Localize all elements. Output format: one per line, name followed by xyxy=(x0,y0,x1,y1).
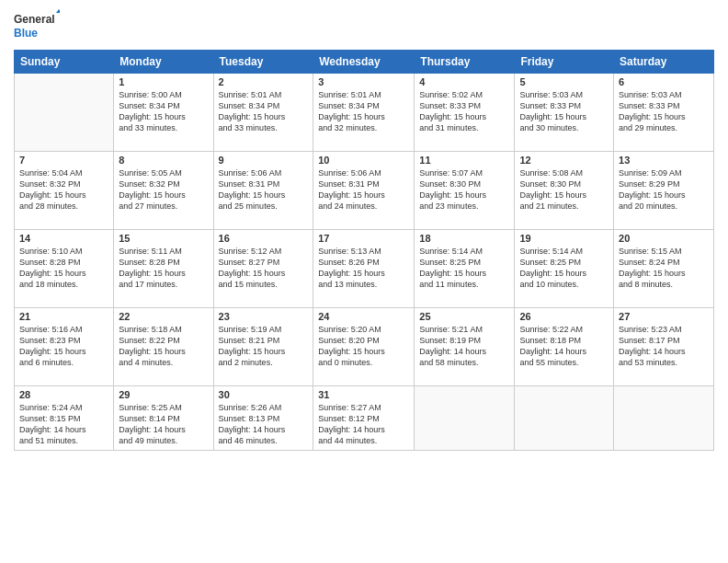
day-info: Sunrise: 5:02 AM Sunset: 8:33 PM Dayligh… xyxy=(419,89,509,134)
calendar-cell: 30Sunrise: 5:26 AM Sunset: 8:13 PM Dayli… xyxy=(213,386,313,451)
calendar-week-row: 1Sunrise: 5:00 AM Sunset: 8:34 PM Daylig… xyxy=(15,74,714,152)
logo: General Blue xyxy=(14,9,60,42)
day-number: 20 xyxy=(619,233,709,244)
day-info: Sunrise: 5:27 AM Sunset: 8:12 PM Dayligh… xyxy=(318,402,409,447)
calendar-cell: 22Sunrise: 5:18 AM Sunset: 8:22 PM Dayli… xyxy=(114,308,213,386)
logo-svg: General Blue xyxy=(14,9,60,42)
day-number: 25 xyxy=(419,311,509,322)
day-number: 15 xyxy=(119,233,208,244)
day-number: 19 xyxy=(519,233,609,244)
day-info: Sunrise: 5:16 AM Sunset: 8:23 PM Dayligh… xyxy=(19,324,108,369)
calendar-cell: 8Sunrise: 5:05 AM Sunset: 8:32 PM Daylig… xyxy=(114,152,213,230)
day-info: Sunrise: 5:06 AM Sunset: 8:31 PM Dayligh… xyxy=(219,167,309,213)
day-number: 26 xyxy=(519,311,609,322)
day-info: Sunrise: 5:26 AM Sunset: 8:13 PM Dayligh… xyxy=(219,402,309,447)
calendar-cell: 14Sunrise: 5:10 AM Sunset: 8:28 PM Dayli… xyxy=(15,230,114,308)
day-number: 12 xyxy=(519,155,609,166)
calendar-cell: 11Sunrise: 5:07 AM Sunset: 8:30 PM Dayli… xyxy=(415,152,515,230)
calendar-table: SundayMondayTuesdayWednesdayThursdayFrid… xyxy=(14,50,714,451)
day-info: Sunrise: 5:03 AM Sunset: 8:33 PM Dayligh… xyxy=(519,89,609,134)
header: General Blue xyxy=(14,9,714,42)
calendar-cell: 16Sunrise: 5:12 AM Sunset: 8:27 PM Dayli… xyxy=(213,230,313,308)
day-info: Sunrise: 5:10 AM Sunset: 8:28 PM Dayligh… xyxy=(19,246,108,291)
day-info: Sunrise: 5:09 AM Sunset: 8:29 PM Dayligh… xyxy=(619,167,709,213)
calendar-cell: 6Sunrise: 5:03 AM Sunset: 8:33 PM Daylig… xyxy=(614,74,714,152)
day-number: 17 xyxy=(318,233,409,244)
day-number: 28 xyxy=(19,389,108,400)
calendar-week-row: 7Sunrise: 5:04 AM Sunset: 8:32 PM Daylig… xyxy=(15,152,714,230)
day-number: 31 xyxy=(318,389,409,400)
day-number: 8 xyxy=(119,155,208,166)
day-info: Sunrise: 5:25 AM Sunset: 8:14 PM Dayligh… xyxy=(119,402,208,447)
calendar-cell: 24Sunrise: 5:20 AM Sunset: 8:20 PM Dayli… xyxy=(313,308,415,386)
day-info: Sunrise: 5:00 AM Sunset: 8:34 PM Dayligh… xyxy=(119,89,208,134)
calendar-cell: 9Sunrise: 5:06 AM Sunset: 8:31 PM Daylig… xyxy=(213,152,313,230)
day-info: Sunrise: 5:14 AM Sunset: 8:25 PM Dayligh… xyxy=(419,246,509,291)
day-number: 22 xyxy=(119,311,208,322)
calendar-cell: 21Sunrise: 5:16 AM Sunset: 8:23 PM Dayli… xyxy=(15,308,114,386)
day-info: Sunrise: 5:04 AM Sunset: 8:32 PM Dayligh… xyxy=(19,167,108,213)
calendar-cell: 4Sunrise: 5:02 AM Sunset: 8:33 PM Daylig… xyxy=(415,74,515,152)
day-number: 13 xyxy=(619,155,709,166)
day-number: 24 xyxy=(318,311,409,322)
day-number: 11 xyxy=(419,155,509,166)
calendar-cell: 1Sunrise: 5:00 AM Sunset: 8:34 PM Daylig… xyxy=(114,74,213,152)
calendar-cell: 31Sunrise: 5:27 AM Sunset: 8:12 PM Dayli… xyxy=(313,386,415,451)
day-info: Sunrise: 5:08 AM Sunset: 8:30 PM Dayligh… xyxy=(519,167,609,213)
day-number: 9 xyxy=(219,155,309,166)
day-info: Sunrise: 5:22 AM Sunset: 8:18 PM Dayligh… xyxy=(519,324,609,369)
calendar-cell: 29Sunrise: 5:25 AM Sunset: 8:14 PM Dayli… xyxy=(114,386,213,451)
day-number: 21 xyxy=(19,311,108,322)
calendar-cell xyxy=(614,386,714,451)
svg-text:General: General xyxy=(14,13,55,26)
day-info: Sunrise: 5:24 AM Sunset: 8:15 PM Dayligh… xyxy=(19,402,108,447)
svg-text:Blue: Blue xyxy=(14,27,38,40)
day-number: 30 xyxy=(219,389,309,400)
day-info: Sunrise: 5:03 AM Sunset: 8:33 PM Dayligh… xyxy=(619,89,709,134)
day-number: 14 xyxy=(19,233,108,244)
weekday-header-saturday: Saturday xyxy=(614,51,714,74)
day-info: Sunrise: 5:15 AM Sunset: 8:24 PM Dayligh… xyxy=(619,246,709,291)
day-info: Sunrise: 5:12 AM Sunset: 8:27 PM Dayligh… xyxy=(219,246,309,291)
calendar-cell: 7Sunrise: 5:04 AM Sunset: 8:32 PM Daylig… xyxy=(15,152,114,230)
day-info: Sunrise: 5:18 AM Sunset: 8:22 PM Dayligh… xyxy=(119,324,208,369)
calendar-cell: 17Sunrise: 5:13 AM Sunset: 8:26 PM Dayli… xyxy=(313,230,415,308)
day-number: 10 xyxy=(318,155,409,166)
day-info: Sunrise: 5:20 AM Sunset: 8:20 PM Dayligh… xyxy=(318,324,409,369)
day-number: 29 xyxy=(119,389,208,400)
calendar-cell xyxy=(15,74,114,152)
calendar-cell: 19Sunrise: 5:14 AM Sunset: 8:25 PM Dayli… xyxy=(515,230,614,308)
day-info: Sunrise: 5:01 AM Sunset: 8:34 PM Dayligh… xyxy=(318,89,409,134)
weekday-header-row: SundayMondayTuesdayWednesdayThursdayFrid… xyxy=(15,51,714,74)
calendar-cell: 10Sunrise: 5:06 AM Sunset: 8:31 PM Dayli… xyxy=(313,152,415,230)
day-info: Sunrise: 5:07 AM Sunset: 8:30 PM Dayligh… xyxy=(419,167,509,213)
day-info: Sunrise: 5:21 AM Sunset: 8:19 PM Dayligh… xyxy=(419,324,509,369)
calendar-cell: 15Sunrise: 5:11 AM Sunset: 8:28 PM Dayli… xyxy=(114,230,213,308)
calendar-cell: 27Sunrise: 5:23 AM Sunset: 8:17 PM Dayli… xyxy=(614,308,714,386)
day-number: 2 xyxy=(219,76,309,87)
day-number: 18 xyxy=(419,233,509,244)
calendar-week-row: 21Sunrise: 5:16 AM Sunset: 8:23 PM Dayli… xyxy=(15,308,714,386)
weekday-header-wednesday: Wednesday xyxy=(313,51,415,74)
calendar-cell: 2Sunrise: 5:01 AM Sunset: 8:34 PM Daylig… xyxy=(213,74,313,152)
day-info: Sunrise: 5:05 AM Sunset: 8:32 PM Dayligh… xyxy=(119,167,208,213)
calendar-cell xyxy=(515,386,614,451)
calendar-cell: 3Sunrise: 5:01 AM Sunset: 8:34 PM Daylig… xyxy=(313,74,415,152)
day-number: 27 xyxy=(619,311,709,322)
day-info: Sunrise: 5:14 AM Sunset: 8:25 PM Dayligh… xyxy=(519,246,609,291)
weekday-header-thursday: Thursday xyxy=(415,51,515,74)
day-number: 23 xyxy=(219,311,309,322)
calendar-cell: 28Sunrise: 5:24 AM Sunset: 8:15 PM Dayli… xyxy=(15,386,114,451)
calendar-cell: 20Sunrise: 5:15 AM Sunset: 8:24 PM Dayli… xyxy=(614,230,714,308)
day-info: Sunrise: 5:01 AM Sunset: 8:34 PM Dayligh… xyxy=(219,89,309,134)
calendar-cell xyxy=(415,386,515,451)
day-number: 6 xyxy=(619,76,709,87)
day-info: Sunrise: 5:11 AM Sunset: 8:28 PM Dayligh… xyxy=(119,246,208,291)
calendar-week-row: 28Sunrise: 5:24 AM Sunset: 8:15 PM Dayli… xyxy=(15,386,714,451)
day-info: Sunrise: 5:23 AM Sunset: 8:17 PM Dayligh… xyxy=(619,324,709,369)
calendar-week-row: 14Sunrise: 5:10 AM Sunset: 8:28 PM Dayli… xyxy=(15,230,714,308)
calendar-cell: 23Sunrise: 5:19 AM Sunset: 8:21 PM Dayli… xyxy=(213,308,313,386)
calendar-cell: 18Sunrise: 5:14 AM Sunset: 8:25 PM Dayli… xyxy=(415,230,515,308)
weekday-header-friday: Friday xyxy=(515,51,614,74)
calendar-cell: 26Sunrise: 5:22 AM Sunset: 8:18 PM Dayli… xyxy=(515,308,614,386)
